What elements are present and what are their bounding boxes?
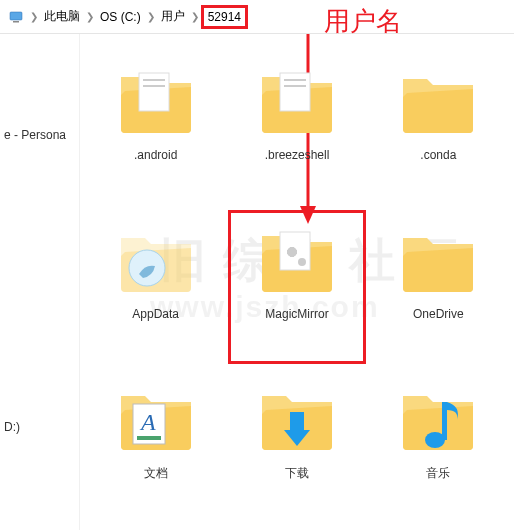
folder-appdata[interactable]: AppData [90,213,221,362]
breadcrumb-item[interactable]: OS (C:) [96,6,145,28]
folder-icon [257,379,337,459]
folder-breezeshell[interactable]: .breezeshell [231,54,362,203]
svg-rect-0 [10,12,22,20]
folder-icon [398,62,478,142]
folder-label: 音乐 [426,465,450,482]
svg-rect-9 [284,85,306,87]
breadcrumb-item-current[interactable]: 52914 [201,5,248,29]
sidebar-item-drive-d[interactable]: D:) [0,416,79,438]
content-area: e - Persona D:) .android [0,34,514,530]
svg-rect-6 [143,85,165,87]
folder-icon [398,221,478,301]
svg-rect-4 [139,73,169,111]
svg-rect-8 [284,79,306,81]
svg-rect-19 [290,412,304,430]
svg-text:A: A [139,409,156,435]
folder-label: OneDrive [413,307,464,321]
chevron-right-icon: ❯ [86,11,94,22]
svg-rect-18 [137,436,161,440]
svg-rect-5 [143,79,165,81]
chevron-right-icon: ❯ [30,11,38,22]
folder-icon: A [116,379,196,459]
folder-label: .breezeshell [265,148,330,162]
breadcrumb: ❯ 此电脑 ❯ OS (C:) ❯ 用户 ❯ 52914 [0,0,514,34]
chevron-right-icon: ❯ [191,11,199,22]
folder-icon [257,221,337,301]
chevron-right-icon: ❯ [147,11,155,22]
folder-icon [116,221,196,301]
folder-android[interactable]: .android [90,54,221,203]
folder-documents[interactable]: A 文档 [90,371,221,520]
svg-rect-15 [287,250,297,254]
folder-label: .android [134,148,177,162]
folder-icon [398,379,478,459]
folder-label: 下载 [285,465,309,482]
folder-icon [257,62,337,142]
breadcrumb-item[interactable]: 此电脑 [40,4,84,29]
svg-point-13 [298,258,306,266]
sidebar-item-persona[interactable]: e - Persona [0,124,79,146]
svg-rect-1 [13,21,19,23]
breadcrumb-item[interactable]: 用户 [157,4,189,29]
folder-label: AppData [132,307,179,321]
folder-magicmirror[interactable]: MagicMirror [228,210,365,365]
folder-music[interactable]: 音乐 [373,371,504,520]
folder-grid: .android .breezeshell [80,34,514,530]
svg-rect-7 [280,73,310,111]
svg-rect-22 [442,402,447,440]
folder-label: .conda [420,148,456,162]
folder-downloads[interactable]: 下载 [231,371,362,520]
folder-label: 文档 [144,465,168,482]
sidebar: e - Persona D:) [0,34,80,530]
pc-icon [8,9,24,25]
folder-icon [116,62,196,142]
folder-label: MagicMirror [265,307,328,321]
folder-conda[interactable]: .conda [373,54,504,203]
folder-onedrive[interactable]: OneDrive [373,213,504,362]
